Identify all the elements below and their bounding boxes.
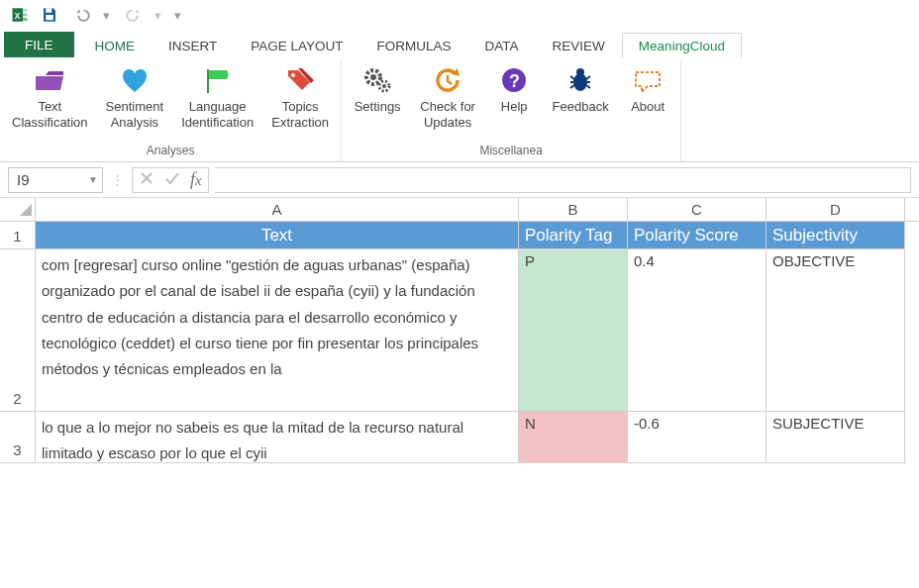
gears-icon bbox=[359, 63, 395, 97]
question-icon: ? bbox=[496, 63, 532, 97]
ribbon-group-miscellanea: Settings Check for Updates ? Help Feedba… bbox=[342, 61, 681, 161]
table-row: 2 com [regresar] curso online "gestión d… bbox=[0, 249, 919, 412]
undo-dropdown-icon[interactable]: ▾ bbox=[103, 8, 113, 23]
header-polarity-tag[interactable]: Polarity Tag bbox=[519, 222, 628, 249]
svg-rect-6 bbox=[46, 15, 53, 20]
svg-point-12 bbox=[382, 84, 386, 88]
svg-rect-2 bbox=[23, 9, 28, 12]
name-box-value: I9 bbox=[17, 171, 30, 188]
about-button[interactable]: About bbox=[623, 61, 672, 142]
svg-point-16 bbox=[576, 68, 584, 76]
topics-extraction-button[interactable]: Topics Extraction bbox=[267, 61, 333, 142]
cell-text[interactable]: lo que a lo mejor no sabeis es que la mi… bbox=[36, 412, 519, 463]
tab-data[interactable]: DATA bbox=[468, 33, 536, 57]
excel-app-icon[interactable]: X bbox=[8, 3, 32, 27]
vert-dots-icon: ⋮ bbox=[109, 172, 126, 187]
select-all-corner[interactable] bbox=[0, 198, 36, 221]
language-identification-label: Language Identification bbox=[181, 99, 254, 130]
svg-rect-3 bbox=[23, 14, 28, 17]
ribbon: Text Classification Sentiment Analysis L… bbox=[0, 57, 919, 162]
tab-formulas[interactable]: FORMULAS bbox=[360, 33, 468, 57]
folder-icon bbox=[32, 63, 67, 97]
cell-text[interactable]: com [regresar] curso online "gestión de … bbox=[36, 249, 519, 412]
tab-home[interactable]: HOME bbox=[78, 33, 153, 57]
svg-point-8 bbox=[291, 73, 295, 77]
enter-icon[interactable] bbox=[164, 170, 180, 189]
header-polarity-score[interactable]: Polarity Score bbox=[628, 222, 766, 249]
formula-buttons: fx bbox=[132, 167, 209, 193]
feedback-button[interactable]: Feedback bbox=[548, 61, 613, 142]
redo-dropdown-icon[interactable]: ▾ bbox=[154, 8, 164, 23]
undo-icon[interactable] bbox=[67, 3, 97, 27]
cell-subjectivity[interactable]: OBJECTIVE bbox=[766, 249, 905, 412]
row-header-2[interactable]: 2 bbox=[0, 249, 36, 412]
formula-input[interactable] bbox=[215, 167, 911, 193]
ribbon-group-analyses: Text Classification Sentiment Analysis L… bbox=[0, 61, 342, 161]
settings-label: Settings bbox=[355, 99, 401, 115]
col-header-B[interactable]: B bbox=[519, 198, 628, 221]
qat-customize-icon[interactable]: ▾ bbox=[174, 8, 184, 23]
heart-icon bbox=[117, 63, 153, 97]
spreadsheet-grid: A B C D 1 Text Polarity Tag Polarity Sco… bbox=[0, 198, 919, 463]
header-text[interactable]: Text bbox=[36, 222, 519, 249]
feedback-label: Feedback bbox=[553, 99, 609, 115]
ribbon-group-label-analyses: Analyses bbox=[8, 142, 333, 161]
header-subjectivity[interactable]: Subjectivity bbox=[766, 222, 905, 249]
cell-polarity-tag[interactable]: P bbox=[519, 249, 628, 412]
row-header-3[interactable]: 3 bbox=[0, 412, 36, 463]
ribbon-group-label-miscellanea: Miscellanea bbox=[350, 142, 672, 161]
bug-icon bbox=[562, 63, 598, 97]
quick-access-toolbar: X ▾ ▾ ▾ bbox=[0, 0, 919, 30]
tab-page-layout[interactable]: PAGE LAYOUT bbox=[234, 33, 359, 57]
settings-button[interactable]: Settings bbox=[350, 61, 405, 142]
cell-polarity-tag[interactable]: N bbox=[519, 412, 628, 463]
check-updates-button[interactable]: Check for Updates bbox=[415, 61, 480, 142]
cell-polarity-score[interactable]: 0.4 bbox=[628, 249, 766, 412]
history-icon bbox=[430, 63, 465, 97]
name-box-dropdown-icon[interactable]: ▼ bbox=[88, 174, 98, 185]
cell-subjectivity[interactable]: SUBJECTIVE bbox=[766, 412, 905, 463]
language-identification-button[interactable]: Language Identification bbox=[177, 61, 257, 142]
col-header-D[interactable]: D bbox=[766, 198, 905, 221]
col-header-C[interactable]: C bbox=[628, 198, 766, 221]
tab-meaningcloud[interactable]: MeaningCloud bbox=[622, 33, 742, 57]
text-classification-button[interactable]: Text Classification bbox=[8, 61, 92, 142]
check-updates-label: Check for Updates bbox=[420, 99, 475, 130]
help-button[interactable]: ? Help bbox=[490, 61, 538, 142]
formula-bar-row: I9 ▼ ⋮ fx bbox=[0, 162, 919, 198]
svg-rect-5 bbox=[46, 8, 51, 13]
name-box[interactable]: I9 ▼ bbox=[8, 167, 103, 193]
tags-icon bbox=[282, 63, 318, 97]
cancel-icon[interactable] bbox=[139, 170, 154, 189]
tab-insert[interactable]: INSERT bbox=[152, 33, 234, 57]
flag-icon bbox=[200, 63, 236, 97]
svg-text:?: ? bbox=[509, 71, 520, 91]
topics-extraction-label: Topics Extraction bbox=[271, 99, 329, 130]
column-headers: A B C D bbox=[0, 198, 919, 222]
table-row: 3 lo que a lo mejor no sabeis es que la … bbox=[0, 412, 919, 463]
tab-file[interactable]: FILE bbox=[4, 32, 74, 57]
svg-rect-7 bbox=[207, 69, 209, 93]
speech-icon bbox=[630, 63, 665, 97]
tab-review[interactable]: REVIEW bbox=[536, 33, 622, 57]
redo-icon[interactable] bbox=[119, 3, 149, 27]
col-header-A[interactable]: A bbox=[36, 198, 519, 221]
row-header-1[interactable]: 1 bbox=[0, 222, 36, 249]
save-icon[interactable] bbox=[38, 3, 61, 27]
help-label: Help bbox=[501, 99, 528, 115]
fx-icon[interactable]: fx bbox=[190, 169, 202, 190]
svg-text:X: X bbox=[15, 12, 21, 21]
about-label: About bbox=[631, 99, 664, 115]
sentiment-analysis-button[interactable]: Sentiment Analysis bbox=[102, 61, 168, 142]
text-classification-label: Text Classification bbox=[12, 99, 88, 130]
svg-rect-4 bbox=[23, 18, 28, 21]
sentiment-analysis-label: Sentiment Analysis bbox=[106, 99, 164, 130]
table-header-row: 1 Text Polarity Tag Polarity Score Subje… bbox=[0, 222, 919, 249]
svg-point-10 bbox=[370, 74, 376, 80]
cell-polarity-score[interactable]: -0.6 bbox=[628, 412, 766, 463]
ribbon-tabs: FILE HOME INSERT PAGE LAYOUT FORMULAS DA… bbox=[0, 30, 919, 57]
